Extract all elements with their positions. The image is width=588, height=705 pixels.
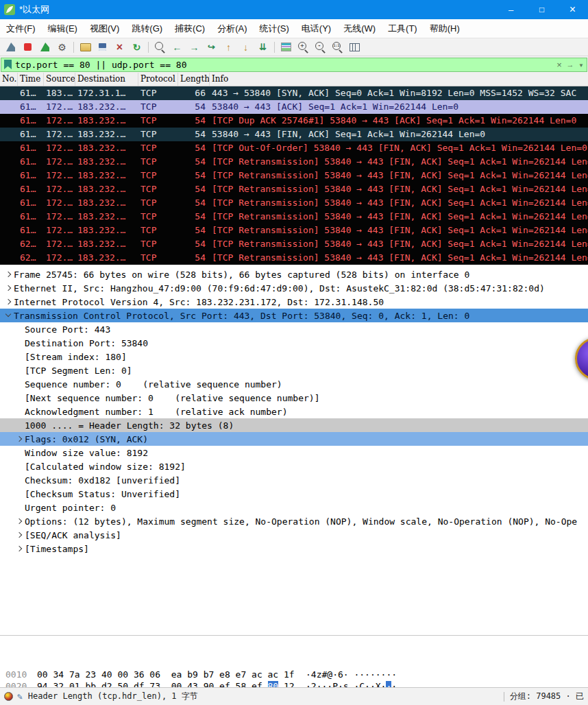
column-header-info[interactable]: Info [210, 73, 588, 86]
detail-line[interactable]: Frame 25745: 66 bytes on wire (528 bits)… [0, 267, 588, 281]
packet-row[interactable]: 61… 172.… 183.232.… TCP 54 [TCP Retransm… [0, 196, 588, 210]
detail-line[interactable]: [Stream index: 180] [0, 350, 588, 363]
start-capture-icon[interactable] [2, 40, 19, 55]
reload-icon[interactable] [128, 40, 145, 55]
detail-line[interactable]: Options: (12 bytes), Maximum segment siz… [0, 514, 588, 528]
expand-arrow-icon[interactable] [15, 379, 25, 389]
go-first-icon[interactable] [220, 40, 237, 55]
filter-clear-icon[interactable] [554, 60, 565, 70]
detail-line[interactable]: [Next sequence number: 0 (relative seque… [0, 391, 588, 405]
menu-item-wireless[interactable]: 无线(W) [337, 19, 382, 38]
go-back-icon[interactable] [169, 40, 186, 55]
column-header-time[interactable]: Time [18, 73, 44, 86]
detail-line[interactable]: [TCP Segment Len: 0] [0, 363, 588, 377]
zoom-original-icon[interactable] [329, 40, 346, 55]
hex-bytes[interactable]: 00 34 7a 23 40 00 36 06 ea b9 b7 e8 e7 a… [37, 669, 306, 680]
detail-line[interactable]: Transmission Control Protocol, Src Port:… [0, 309, 588, 322]
restart-capture-icon[interactable] [36, 40, 53, 55]
menu-item-file[interactable]: 文件(F) [0, 19, 42, 38]
menu-item-telephony[interactable]: 电话(Y) [295, 19, 337, 38]
expand-arrow-icon[interactable] [15, 366, 25, 375]
expand-arrow-icon[interactable] [15, 434, 25, 444]
expand-arrow-icon[interactable] [15, 407, 25, 416]
detail-line[interactable]: Checksum: 0xd182 [unverified] [0, 473, 588, 487]
packet-row[interactable]: 61… 172.… 183.232.… TCP 54 53840 → 443 [… [0, 128, 588, 141]
zoom-out-icon[interactable] [312, 40, 329, 55]
column-header-no[interactable]: No. [0, 73, 18, 86]
hex-ascii[interactable]: ·4z#@·6· ········ [306, 669, 397, 680]
detail-line[interactable]: Sequence number: 0 (relative sequence nu… [0, 377, 588, 391]
detail-line[interactable]: [SEQ/ACK analysis] [0, 528, 588, 542]
detail-line[interactable]: Flags: 0x012 (SYN, ACK) [0, 432, 588, 446]
find-packet-icon[interactable] [151, 40, 169, 55]
detail-line[interactable]: Window size value: 8192 [0, 446, 588, 459]
column-header-source[interactable]: Source [44, 73, 75, 86]
save-file-icon[interactable] [94, 40, 111, 55]
packet-row[interactable]: 61… 172.… 183.232.… TCP 54 [TCP Retransm… [0, 169, 588, 182]
close-button[interactable] [557, 0, 588, 19]
detail-line[interactable]: Internet Protocol Version 4, Src: 183.23… [0, 295, 588, 309]
column-header-protocol[interactable]: Protocol [138, 73, 178, 86]
capture-comment-icon[interactable] [17, 691, 23, 702]
packet-row[interactable]: 61… 183.… 172.31.1… TCP 66 443 → 53840 [… [0, 86, 588, 100]
menu-item-tools[interactable]: 工具(T) [382, 19, 424, 38]
go-forward-icon[interactable] [186, 40, 203, 55]
detail-line[interactable]: Ethernet II, Src: Hangzhou_47:d9:00 (70:… [0, 281, 588, 295]
autoscroll-icon[interactable] [254, 40, 271, 55]
detail-line[interactable]: Urgent pointer: 0 [0, 501, 588, 514]
expert-info-icon[interactable] [4, 692, 13, 701]
filter-history-icon[interactable] [576, 60, 587, 69]
packet-row[interactable]: 61… 172.… 183.232.… TCP 54 [TCP Dup ACK … [0, 114, 588, 128]
packet-row[interactable]: 61… 172.… 183.232.… TCP 54 [TCP Retransm… [0, 224, 588, 237]
expand-arrow-icon[interactable] [15, 530, 25, 540]
detail-line[interactable]: [Calculated window size: 8192] [0, 459, 588, 473]
expand-arrow-icon[interactable] [15, 324, 25, 334]
detail-line[interactable]: Source Port: 443 [0, 322, 588, 336]
filter-apply-icon[interactable] [565, 60, 576, 69]
packet-row[interactable]: 62… 172.… 183.232.… TCP 54 [TCP Retransm… [0, 251, 588, 265]
go-to-packet-icon[interactable] [203, 40, 220, 55]
menu-item-analyze[interactable]: 分析(A) [211, 19, 253, 38]
stop-capture-icon[interactable] [19, 40, 36, 55]
expand-arrow-icon[interactable] [15, 393, 25, 403]
expand-arrow-icon[interactable] [15, 420, 25, 430]
packet-row[interactable]: 61… 172.… 183.232.… TCP 54 [TCP Retransm… [0, 210, 588, 224]
expand-arrow-icon[interactable] [15, 338, 25, 348]
go-last-icon[interactable] [237, 40, 254, 55]
detail-line[interactable]: 1000 .... = Header Length: 32 bytes (8) [0, 418, 588, 432]
expand-arrow-icon[interactable] [4, 270, 14, 279]
expand-arrow-icon[interactable] [4, 311, 14, 320]
expand-arrow-icon[interactable] [15, 448, 25, 457]
column-header-destination[interactable]: Destination [75, 73, 138, 86]
hex-bytes[interactable]: 94 32 01 bb d2 50 df 73 00 43 90 ef 58 e… [37, 680, 306, 687]
expand-arrow-icon[interactable] [15, 544, 25, 553]
menu-item-help[interactable]: 帮助(H) [424, 19, 466, 38]
packet-row[interactable]: 61… 172.… 183.232.… TCP 54 [TCP Out-Of-O… [0, 141, 588, 155]
detail-line[interactable]: Acknowledgment number: 1 (relative ack n… [0, 405, 588, 418]
expand-arrow-icon[interactable] [4, 283, 14, 293]
menu-item-statistics[interactable]: 统计(S) [253, 19, 295, 38]
close-file-icon[interactable] [111, 40, 128, 55]
expand-arrow-icon[interactable] [4, 297, 14, 307]
menu-item-capture[interactable]: 捕获(C) [169, 19, 211, 38]
detail-line[interactable]: [Checksum Status: Unverified] [0, 487, 588, 501]
hex-row[interactable]: 0020 94 32 01 bb d2 50 df 73 00 43 90 ef… [5, 680, 588, 687]
menu-item-view[interactable]: 视图(V) [84, 19, 125, 38]
expand-arrow-icon[interactable] [15, 462, 25, 471]
packet-row[interactable]: 61… 172.… 183.232.… TCP 54 [TCP Retransm… [0, 182, 588, 196]
expand-arrow-icon[interactable] [15, 516, 25, 526]
filter-bookmark-icon[interactable] [4, 60, 12, 69]
expand-arrow-icon[interactable] [15, 503, 25, 512]
expand-arrow-icon[interactable] [15, 489, 25, 499]
minimize-button[interactable] [495, 0, 526, 19]
open-file-icon[interactable] [77, 40, 94, 55]
column-header-length[interactable]: Length [178, 73, 210, 86]
packet-row[interactable]: 62… 172.… 183.232.… TCP 54 [TCP Retransm… [0, 237, 588, 251]
detail-line[interactable]: [Timestamps] [0, 542, 588, 555]
maximize-button[interactable] [526, 0, 557, 19]
expand-arrow-icon[interactable] [15, 352, 25, 361]
display-filter-input[interactable] [15, 58, 554, 71]
hex-row[interactable]: 0010 00 34 7a 23 40 00 36 06 ea b9 b7 e8… [5, 669, 588, 680]
packet-row[interactable]: 61… 172.… 183.232.… TCP 54 53840 → 443 [… [0, 100, 588, 114]
capture-options-icon[interactable] [53, 40, 71, 55]
